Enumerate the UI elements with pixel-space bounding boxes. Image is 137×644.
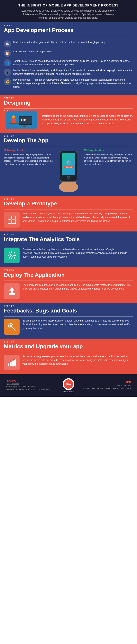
users-icon: 👥 — [4, 59, 11, 66]
svg-rect-34 — [9, 293, 15, 294]
step-06-section: STEP 06 Deploy The Application The appli… — [0, 267, 137, 303]
installed-badge: INSTALLED — [64, 166, 73, 168]
analytics-icon — [4, 248, 19, 263]
step-01-content: 🎯 Understanding the clear goal or identi… — [0, 38, 137, 95]
svg-rect-29 — [14, 255, 16, 256]
list-item: 💰 Revenue Model – There are several ways… — [4, 78, 133, 89]
svg-rect-19 — [12, 220, 16, 224]
logo-text: RESOURCES — [63, 391, 74, 393]
step-05-text: Some of the tools that might help you un… — [22, 248, 133, 259]
step-04-divider — [4, 209, 133, 210]
page-title: THE INSIGHT OF MOBILE APP DEVELOPMENT PR… — [8, 4, 129, 8]
step-04-content: Now it's time to process your idea into … — [0, 212, 137, 232]
step-07-number: STEP 07 — [4, 305, 133, 307]
step-08-divider — [4, 352, 133, 352]
svg-line-44 — [9, 326, 10, 327]
svg-rect-18 — [8, 220, 11, 224]
step-08-number: STEP 08 — [4, 340, 133, 343]
svg-line-38 — [12, 328, 15, 330]
phone-illustration-wrapper: ⚙️ INSTALLED — [56, 149, 81, 192]
step-08-text: As the technology evolves, you can see t… — [22, 355, 133, 366]
list-item: 🎯 Understanding the clear goal or identi… — [4, 40, 133, 48]
svg-rect-3 — [11, 118, 12, 122]
footer-phone-india: +91 141 297 3481 — [78, 384, 131, 387]
svg-rect-46 — [8, 364, 9, 366]
metrics-icon — [4, 355, 19, 370]
prototype-icon — [4, 212, 19, 228]
step-06-content: The application comprises an idea, sched… — [0, 283, 137, 303]
svg-rect-28 — [8, 255, 9, 256]
native-app-title: Native Application — [4, 149, 53, 152]
step-02-section: STEP 02 Designing UX — [0, 95, 137, 132]
svg-point-1 — [12, 115, 15, 118]
step-07-content: Before Beta testing your applications on… — [0, 319, 137, 338]
svg-rect-4 — [15, 118, 16, 122]
svg-rect-48 — [12, 360, 14, 366]
svg-rect-33 — [13, 257, 15, 259]
step-01-number: STEP 01 — [4, 24, 133, 27]
native-app-column: Native Application the applications are … — [4, 149, 53, 166]
step-01-title: App Development Process — [4, 27, 133, 33]
footer-phone: +1 866.238.3770 — [6, 383, 59, 386]
footer-address-left: 17308 PRESTON ROAD ACCESSIBLE, TX 75252,… — [6, 388, 59, 391]
svg-rect-47 — [10, 362, 11, 366]
web-app-text: These web applications mostly build upon… — [84, 153, 133, 166]
svg-text:UX: UX — [21, 118, 26, 122]
step-01-item-4-text: Mobile platform & supported design – Mob… — [13, 69, 133, 76]
step-07-title: Feedbacks, Bugs and Goals — [4, 308, 133, 314]
step-01-section: STEP 01 App Development Process 🎯 Unders… — [0, 22, 137, 95]
svg-rect-10 — [22, 126, 26, 127]
svg-rect-49 — [14, 359, 16, 366]
native-app-text: the applications are mostly single platf… — [4, 153, 53, 166]
svg-point-25 — [11, 255, 12, 256]
svg-point-39 — [10, 324, 12, 327]
footer-left: REACH US +1 866.238.3770 JFORUM@ERIKA RE… — [6, 380, 59, 391]
svg-rect-15 — [73, 181, 76, 188]
svg-rect-30 — [8, 252, 10, 254]
svg-marker-36 — [9, 287, 14, 293]
step-02-image: UX — [4, 111, 39, 129]
svg-line-41 — [12, 324, 12, 325]
step-05-section: STEP 05 Integrate The Analytics Tools So… — [0, 232, 137, 267]
step-03-number: STEP 03 — [4, 134, 133, 137]
step-01-item-1-text: Understanding the clear goal or identify… — [13, 40, 106, 44]
revenue-icon: 💰 — [4, 78, 11, 85]
step-08-title: Metrics and Upgrade your app — [4, 343, 133, 350]
footer-section: REACH US +1 866.238.3770 JFORUM@ERIKA RE… — [0, 374, 137, 397]
svg-rect-32 — [8, 257, 10, 259]
svg-line-40 — [9, 324, 10, 325]
step-04-text: Now it's time to process your idea into … — [22, 212, 133, 223]
step-03-divider — [4, 146, 133, 146]
step-03-title: Develop The App — [4, 137, 133, 144]
svg-rect-31 — [13, 252, 15, 254]
goal-icon: 🎯 — [4, 40, 11, 48]
header-subtitle: Looking to develop an App? But are you a… — [8, 9, 129, 20]
step-05-divider — [4, 245, 133, 245]
step-04-number: STEP 04 — [4, 198, 133, 200]
web-app-column: Web Application These web applications m… — [84, 149, 133, 166]
svg-rect-35 — [9, 294, 15, 295]
reach-us-label: REACH US — [6, 380, 59, 382]
step-08-section: STEP 08 Metrics and Upgrade your app As … — [0, 338, 137, 374]
ux-illustration: UX — [6, 111, 37, 129]
step-01-item-5-text: Revenue Model – There are several ways t… — [13, 78, 133, 89]
step-05-number: STEP 05 — [4, 234, 133, 236]
step-06-number: STEP 06 — [4, 269, 133, 272]
svg-text:ERIKA: ERIKA — [65, 383, 71, 386]
svg-rect-26 — [11, 252, 12, 253]
web-app-title: Web Application — [84, 149, 133, 152]
step-02-content: UX Designing is one of the most signific… — [0, 111, 137, 132]
header-section: THE INSIGHT OF MOBILE APP DEVELOPMENT PR… — [0, 0, 137, 22]
svg-rect-5 — [9, 123, 19, 124]
list-item: 📋 Decide the feature of the applications… — [4, 50, 133, 57]
step-06-divider — [4, 280, 133, 281]
step-02-number: STEP 02 — [4, 97, 133, 99]
step-03-content: Native Application the applications are … — [0, 149, 137, 196]
svg-rect-17 — [12, 216, 16, 219]
footer-address-india: 3-4, ARJUN PATH VAISHALI NAGAR, JAIPUR-3… — [78, 387, 131, 390]
logo-circle: ERIKA — [63, 378, 74, 390]
step-01-item-2-text: Decide the feature of the applications. — [13, 50, 53, 53]
svg-rect-16 — [8, 216, 11, 219]
step-04-title: Develop a Prototype — [4, 200, 133, 207]
footer-email: JFORUM@ERIKA RESOURCES.COM — [6, 386, 59, 388]
